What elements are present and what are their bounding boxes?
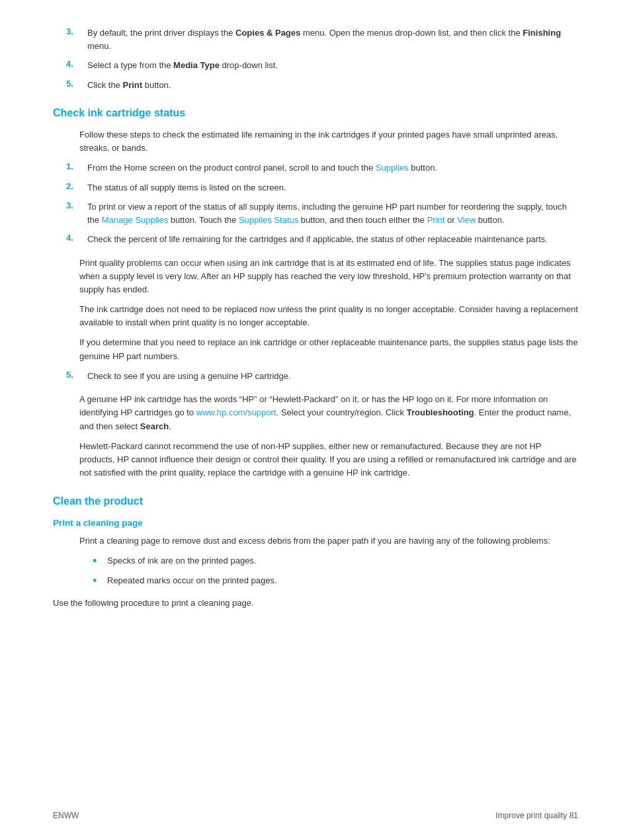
check-ink-list: 1. From the Home screen on the product c… [53, 161, 578, 246]
list-item: 3. To print or view a report of the stat… [53, 200, 578, 226]
list-content: Check to see if you are using a genuine … [87, 370, 578, 383]
list-item: 4. Select a type from the Media Type dro… [53, 59, 578, 72]
print-cleaning-page-heading: Print a cleaning page [53, 518, 578, 528]
list-content: Select a type from the Media Type drop-d… [87, 59, 578, 72]
list-content: Click the Print button. [87, 79, 578, 92]
bullet-text: Repeated marks occur on the printed page… [107, 574, 277, 587]
list-item: 3. By default, the print driver displays… [53, 26, 578, 52]
view-link[interactable]: View [457, 215, 476, 225]
list-num: 5. [66, 79, 82, 92]
list-content: From the Home screen on the product cont… [87, 161, 578, 175]
list-item: 1. From the Home screen on the product c… [53, 161, 578, 175]
supplies-status-link[interactable]: Supplies Status [239, 215, 298, 225]
bullet-text: Specks of ink are on the printed pages. [107, 554, 256, 567]
hp-support-link[interactable]: www.hp.com/support [196, 407, 276, 417]
page-footer: ENWW Improve print quality 81 [0, 811, 631, 820]
list-num: 4. [66, 233, 82, 246]
list-num: 2. [66, 181, 82, 194]
intro-list: 3. By default, the print driver displays… [53, 26, 578, 91]
list-content: To print or view a report of the status … [87, 200, 578, 226]
list-item: 5. Check to see if you are using a genui… [53, 370, 578, 383]
bullet-list: • Specks of ink are on the printed pages… [93, 554, 578, 590]
clean-product-heading: Clean the product [53, 495, 578, 507]
check-ink-step5-list: 5. Check to see if you are using a genui… [53, 370, 578, 383]
list-num: 3. [66, 200, 82, 226]
para-5-1: A genuine HP ink cartridge has the words… [53, 393, 578, 433]
list-num: 4. [66, 59, 82, 72]
print-link[interactable]: Print [427, 215, 445, 225]
footer-left: ENWW [53, 811, 79, 820]
clean-product-intro: Print a cleaning page to remove dust and… [53, 534, 578, 548]
supplies-link[interactable]: Supplies [376, 163, 409, 173]
list-num: 3. [66, 26, 82, 52]
para-4-2: The ink cartridge does not need to be re… [53, 303, 578, 329]
check-ink-intro: Follow these steps to check the estimate… [53, 128, 578, 155]
bullet-icon: • [93, 552, 101, 570]
list-num: 1. [66, 161, 82, 175]
list-content: The status of all supply items is listed… [87, 181, 578, 194]
manage-supplies-link[interactable]: Manage Supplies [102, 215, 168, 225]
footer-right: Improve print quality 81 [495, 811, 578, 820]
list-content: Check the percent of life remaining for … [87, 233, 578, 246]
list-num: 5. [66, 370, 82, 383]
check-ink-heading: Check ink cartridge status [53, 107, 578, 119]
page-content: 3. By default, the print driver displays… [0, 0, 631, 656]
para-4-3: If you determine that you need to replac… [53, 336, 578, 362]
list-item: 4. Check the percent of life remaining f… [53, 233, 578, 246]
list-item: 5. Click the Print button. [53, 79, 578, 92]
para-5-2: Hewlett-Packard cannot recommend the use… [53, 440, 578, 480]
para-4-1: Print quality problems can occur when us… [53, 257, 578, 296]
list-item: 2. The status of all supply items is lis… [53, 181, 578, 194]
bullet-icon: • [93, 572, 101, 590]
bullet-item: • Repeated marks occur on the printed pa… [93, 574, 578, 590]
clean-product-conclusion: Use the following procedure to print a c… [53, 597, 578, 610]
bullet-item: • Specks of ink are on the printed pages… [93, 554, 578, 570]
list-content: By default, the print driver displays th… [87, 26, 578, 52]
